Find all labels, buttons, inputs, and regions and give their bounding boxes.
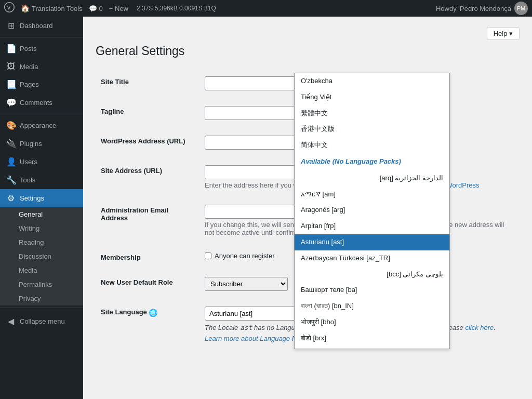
sidebar-item-media[interactable]: 🖼 Media <box>0 58 83 75</box>
dd-item-uzb[interactable]: O'zbekcha <box>295 73 449 89</box>
main-content: Help ▾ General Settings Site Title Tagli… <box>83 17 532 399</box>
dd-item-arq[interactable]: الدارجة الجزائرية [arq] <box>295 170 449 187</box>
dd-item-ba[interactable]: Башкорт теле [ba] <box>295 282 449 298</box>
sidebar-item-dashboard[interactable]: ⊞ Dashboard <box>0 17 83 35</box>
submenu-item-writing[interactable]: Writing <box>0 221 83 235</box>
sidebar-item-label: Posts <box>20 45 37 52</box>
dd-item-zhs[interactable]: 简体中文 <box>295 137 449 153</box>
sidebar-item-label: Tools <box>20 176 35 184</box>
sidebar-item-label: Dashboard <box>20 22 53 30</box>
sidebar-item-label: Plugins <box>20 140 42 148</box>
page-title: General Settings <box>96 44 520 58</box>
dd-item-bnin[interactable]: বাংলা (ভারত) [bn_IN] <box>295 298 449 314</box>
settings-submenu: General Writing Reading Discussion Media… <box>0 207 83 305</box>
tools-icon: 🔧 <box>6 175 16 185</box>
site-address-label: Site Address (URL) <box>96 157 200 197</box>
submenu-item-reading[interactable]: Reading <box>0 235 83 249</box>
default-role-label: New User Default Role <box>96 269 200 299</box>
collapse-icon: ◀ <box>6 316 16 326</box>
dd-group-header: Available (No Language Packs) <box>295 153 449 170</box>
sidebar-item-pages[interactable]: 📃 Pages <box>0 75 83 94</box>
dd-item-am[interactable]: አማርኛ [am] <box>295 187 449 203</box>
pages-icon: 📃 <box>6 79 16 89</box>
user-menu[interactable]: Howdy, Pedro Mendonça PM <box>436 2 528 15</box>
sidebar-item-label: Pages <box>20 81 39 88</box>
wp-address-label: WordPress Address (URL) <box>96 128 200 157</box>
membership-label: Membership <box>96 244 200 269</box>
dropdown-list[interactable]: O'zbekcha Tiếng Việt 繁體中文 香港中文版 简体中文 Ava… <box>295 73 449 349</box>
sidebar-item-label: Settings <box>20 194 44 202</box>
membership-checkbox[interactable] <box>205 252 211 259</box>
submenu-item-media[interactable]: Media <box>0 263 83 277</box>
sidebar-item-label: Users <box>20 158 37 166</box>
appearance-icon: 🎨 <box>6 121 16 130</box>
sidebar-item-label: Comments <box>20 99 52 107</box>
dd-item-gax[interactable]: Afaan Oromoo [gax] <box>295 347 449 349</box>
submenu-item-privacy[interactable]: Privacy <box>0 291 83 305</box>
sidebar-item-users[interactable]: 👤 Users <box>0 153 83 171</box>
dashboard-icon: ⊞ <box>6 21 16 31</box>
dd-item-bho[interactable]: भोजपुरी [bho] <box>295 314 449 330</box>
collapse-menu-button[interactable]: ◀ Collapse menu <box>0 312 83 330</box>
settings-icon: ⚙ <box>6 193 16 203</box>
site-language-label: Site Language 🌐 <box>96 299 200 350</box>
dd-item-ast[interactable]: Asturianu [ast] <box>295 234 449 250</box>
comments-icon: 💬 <box>89 5 97 12</box>
site-name[interactable]: 🏠 Translation Tools <box>21 4 83 12</box>
sidebar: ⊞ Dashboard 📄 Posts 🖼 Media 📃 Pages 💬 Co… <box>0 17 83 399</box>
sidebar-item-label: Media <box>20 63 38 71</box>
sidebar-item-comments[interactable]: 💬 Comments <box>0 94 83 112</box>
dd-item-zht[interactable]: 繁體中文 <box>295 105 449 122</box>
dd-item-arg[interactable]: Aragonés [arg] <box>295 202 449 218</box>
media-icon: 🖼 <box>6 62 16 71</box>
posts-icon: 📄 <box>6 44 16 54</box>
sidebar-item-appearance[interactable]: 🎨 Appearance <box>0 116 83 135</box>
dd-item-brx[interactable]: बोडो [brx] <box>295 330 449 347</box>
submenu-item-permalinks[interactable]: Permalinks <box>0 277 83 291</box>
plugins-icon: 🔌 <box>6 139 16 149</box>
comments-icon: 💬 <box>6 98 16 108</box>
submenu-item-general[interactable]: General <box>0 207 83 221</box>
debug-info: 2.37S 5,396kB 0.0091S 31Q <box>137 5 216 12</box>
new-button[interactable]: + New <box>109 5 128 12</box>
comments-button[interactable]: 💬 0 <box>89 5 103 12</box>
admin-bar: 🏠 Translation Tools 💬 0 + New 2.37S 5,39… <box>0 0 532 17</box>
dd-item-zhh[interactable]: 香港中文版 <box>295 121 449 137</box>
lang-icon: 🌐 <box>149 309 157 317</box>
site-title-label: Site Title <box>96 69 200 98</box>
dd-item-vie[interactable]: Tiếng Việt <box>295 89 449 105</box>
submenu-item-discussion[interactable]: Discussion <box>0 249 83 263</box>
sidebar-item-posts[interactable]: 📄 Posts <box>0 39 83 58</box>
dd-item-bcc[interactable]: بلوچی مکرانی [bcc] <box>295 267 449 283</box>
user-avatar: PM <box>514 2 528 15</box>
sidebar-item-tools[interactable]: 🔧 Tools <box>0 171 83 189</box>
sidebar-item-label: Appearance <box>20 122 56 129</box>
admin-email-label: Administration Email Address <box>96 197 200 244</box>
dd-item-aztr[interactable]: Azərbaycan Türkcəsi [az_TR] <box>295 250 449 267</box>
language-dropdown: O'zbekcha Tiếng Việt 繁體中文 香港中文版 简体中文 Ava… <box>294 73 450 349</box>
sidebar-item-settings[interactable]: ⚙ Settings <box>0 189 83 207</box>
default-role-select[interactable]: Subscriber <box>205 277 288 291</box>
wp-logo[interactable] <box>4 2 15 15</box>
dd-item-frp[interactable]: Arpitan [frp] <box>295 218 449 234</box>
users-icon: 👤 <box>6 157 16 167</box>
site-address-link[interactable]: WordPress <box>446 181 479 189</box>
click-here-link[interactable]: click here <box>465 324 494 331</box>
tagline-label: Tagline <box>96 98 200 128</box>
sidebar-item-plugins[interactable]: 🔌 Plugins <box>0 135 83 153</box>
help-button[interactable]: Help ▾ <box>487 27 520 40</box>
